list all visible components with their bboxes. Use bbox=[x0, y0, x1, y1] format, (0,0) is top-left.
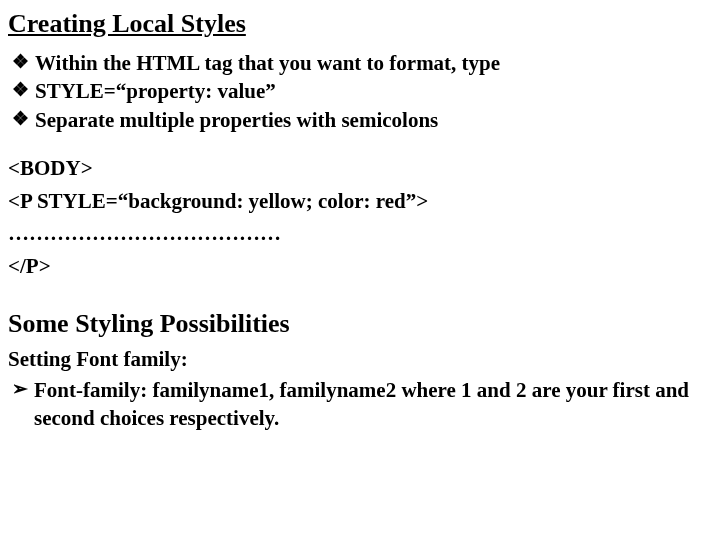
section1-bullet-list: ❖ Within the HTML tag that you want to f… bbox=[8, 49, 712, 134]
bullet-text: Within the HTML tag that you want to for… bbox=[35, 49, 712, 77]
bullet-item: ❖ Within the HTML tag that you want to f… bbox=[8, 49, 712, 77]
code-line: <P STYLE=“background: yellow; color: red… bbox=[8, 185, 712, 218]
section2-arrow-list: ➢ Font-family: familyname1, familyname2 … bbox=[8, 376, 712, 433]
code-example: <BODY> <P STYLE=“background: yellow; col… bbox=[8, 152, 712, 282]
section1-heading: Creating Local Styles bbox=[8, 6, 712, 41]
arrow-item: ➢ Font-family: familyname1, familyname2 … bbox=[8, 376, 712, 433]
section2-heading: Some Styling Possibilities bbox=[8, 306, 712, 341]
bullet-text: STYLE=“property: value” bbox=[35, 77, 712, 105]
bullet-item: ❖ STYLE=“property: value” bbox=[8, 77, 712, 105]
arrow-text: Font-family: familyname1, familyname2 wh… bbox=[34, 376, 712, 433]
code-line: <BODY> bbox=[8, 152, 712, 185]
diamond-bullet-icon: ❖ bbox=[12, 77, 29, 104]
section2-subheading: Setting Font family: bbox=[8, 345, 712, 373]
bullet-text: Separate multiple properties with semico… bbox=[35, 106, 712, 134]
bullet-item: ❖ Separate multiple properties with semi… bbox=[8, 106, 712, 134]
code-line: ………………………………… bbox=[8, 217, 712, 250]
diamond-bullet-icon: ❖ bbox=[12, 106, 29, 133]
code-line: </P> bbox=[8, 250, 712, 283]
arrow-bullet-icon: ➢ bbox=[12, 376, 28, 403]
diamond-bullet-icon: ❖ bbox=[12, 49, 29, 76]
